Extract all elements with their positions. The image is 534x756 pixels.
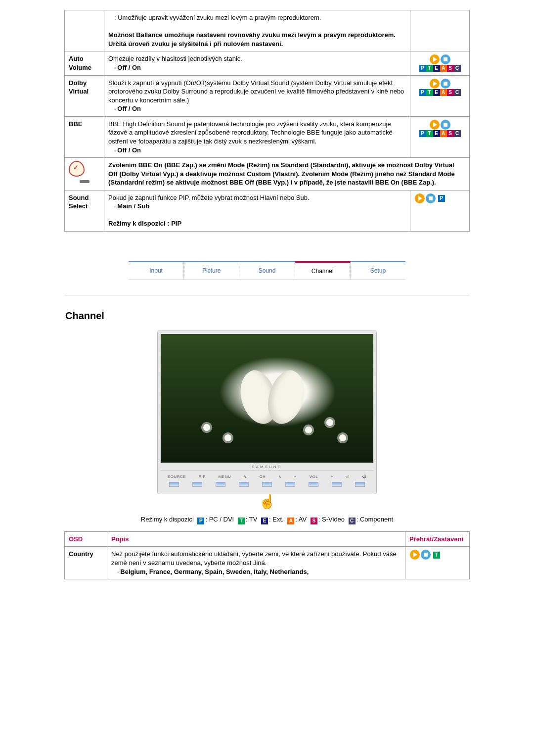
desc-text: Pokud je zapnutí funkce PIP, můžete vybr… [108, 194, 310, 201]
btn-ch-down: ∨ [244, 474, 247, 479]
btn-source: SOURCE [168, 474, 186, 479]
row-bbe: BBE BBE High Definition Sound je patento… [65, 116, 470, 157]
play-stop-icon[interactable]: PTEASC [414, 79, 465, 96]
tag-c-label: : Component [356, 516, 393, 523]
cell-icons: PTEASC [410, 116, 470, 157]
desc-options: Off / On [108, 105, 141, 112]
tab-picture[interactable]: Picture [184, 262, 239, 280]
cell-icons [410, 10, 470, 51]
stop-icon[interactable] [426, 193, 436, 203]
btn-power: ⏻ [362, 474, 366, 479]
desc-text: : Umožňuje upravit vyvážení zvuku mezi l… [108, 13, 406, 22]
desc-text: Než použijete funkci automatického uklád… [111, 550, 397, 567]
cell-desc: : Umožňuje upravit vyvážení zvuku mezi l… [104, 10, 410, 51]
mode-tags: PTEASC [419, 64, 461, 71]
modes-legend: Režimy k dispozici P: PC / DVI T: TV E: … [64, 516, 470, 524]
tag-s-icon: S [311, 518, 317, 524]
btn-enter: ⏎ [346, 474, 350, 479]
tag-p-icon: P [197, 518, 204, 524]
cell-desc: Omezuje rozdíly v hlasitosti jednotlivýc… [104, 51, 410, 76]
tab-input[interactable]: Input [129, 262, 184, 280]
tab-channel[interactable]: Channel [295, 261, 351, 280]
header-row: OSD Popis Přehrát/Zastavení [65, 531, 470, 547]
play-icon[interactable] [430, 79, 440, 89]
btn-pip: PIP [199, 474, 206, 479]
tag-e-label: : Ext. [269, 516, 284, 523]
section-title: Channel [65, 310, 470, 322]
note-text: Zvolením BBE On (BBE Zap.) se změní Mode… [104, 158, 470, 190]
stop-icon[interactable] [441, 120, 450, 130]
header-desc: Popis [107, 531, 405, 547]
monitor-brand: SAMSUNG [161, 463, 373, 470]
divider [64, 295, 470, 295]
play-stop-icon[interactable]: PTEASC [414, 120, 465, 137]
cell-label: Auto Volume [65, 51, 104, 76]
desc-options: Off / On [108, 146, 141, 154]
tag-a-label: : AV [295, 516, 307, 523]
btn-vol-down: − [294, 474, 297, 479]
cell-label: Country [65, 547, 107, 579]
tab-sound[interactable]: Sound [239, 262, 295, 280]
tab-setup[interactable]: Setup [351, 262, 405, 280]
note-icon-cell [65, 158, 104, 190]
monitor-light-bar [161, 481, 373, 491]
desc-text: BBE High Definition Sound je patentovaná… [108, 120, 393, 145]
desc-text: Slouží k zapnutí a vypnutí (On/Off)systé… [108, 79, 404, 104]
desc-text: Omezuje rozdíly v hlasitosti jednotlivýc… [108, 55, 242, 62]
btn-ch-up: ∧ [278, 474, 282, 479]
section-tabs: Input Picture Sound Channel Setup [129, 261, 405, 280]
cell-desc: BBE High Definition Sound je patentovaná… [104, 116, 410, 157]
mode-tags: PTEASC [419, 88, 461, 95]
cell-icons: P [410, 190, 470, 231]
header-play: Přehrát/Zastavení [405, 531, 470, 547]
play-stop-icon[interactable]: P [414, 193, 445, 203]
row-balance: : Umožňuje upravit vyvážení zvuku mezi l… [65, 10, 470, 51]
stop-icon[interactable] [441, 54, 450, 64]
row-country: Country Než použijete funkci automatické… [65, 547, 470, 579]
cell-label [65, 10, 104, 51]
tag-s-label: : S-Video [318, 516, 345, 523]
play-stop-icon[interactable]: PTEASC [414, 54, 465, 72]
desc-options: Main / Sub [108, 202, 149, 210]
tag-t-icon: T [238, 518, 245, 524]
tag-e-icon: E [261, 518, 268, 524]
cell-icons: PTEASC [410, 75, 470, 116]
tag-t-label: : TV [246, 516, 258, 523]
btn-vol-up: + [331, 474, 333, 479]
tag-p-label: : PC / DVI [205, 516, 234, 523]
stop-icon[interactable] [441, 79, 450, 89]
play-icon[interactable] [430, 54, 440, 64]
cell-label: BBE [65, 116, 104, 157]
cell-label: Sound Select [65, 190, 104, 231]
channel-settings-table: OSD Popis Přehrát/Zastavení Country Než … [64, 531, 470, 579]
play-icon[interactable] [415, 193, 425, 203]
desc-modes: Režimy k dispozici : PIP [108, 220, 181, 227]
cell-desc: Pokud je zapnutí funkce PIP, můžete vybr… [104, 190, 410, 231]
row-dolby-virtual: Dolby Virtual Slouží k zapnutí a vypnutí… [65, 75, 470, 116]
note-icon [69, 161, 85, 177]
hand-icon: ☝ [64, 493, 470, 510]
cell-desc: Než použijete funkci automatického uklád… [107, 547, 405, 579]
cell-label: Dolby Virtual [65, 75, 104, 116]
monitor-screen [161, 334, 373, 463]
sound-settings-table: : Umožňuje upravit vyvážení zvuku mezi l… [64, 10, 470, 232]
cell-icons: T [405, 547, 470, 579]
row-sound-select: Sound Select Pokud je zapnutí funkce PIP… [65, 190, 470, 231]
monitor-illustration: SAMSUNG SOURCE PIP MENU ∨ CH ∧ − VOL + ⏎… [64, 331, 470, 510]
tag-c-icon: C [349, 518, 356, 524]
play-icon[interactable] [430, 120, 440, 130]
mode-tags: PTEASC [419, 129, 461, 137]
mode-tags: P [438, 194, 445, 201]
modes-prefix: Režimy k dispozici [141, 516, 194, 523]
cell-icons: PTEASC [410, 51, 470, 76]
row-auto-volume: Auto Volume Omezuje rozdíly v hlasitosti… [65, 51, 470, 76]
header-osd: OSD [65, 531, 107, 547]
monitor-button-bar: SOURCE PIP MENU ∨ CH ∧ − VOL + ⏎ ⏻ [161, 470, 373, 481]
play-stop-icon[interactable]: T [409, 550, 440, 560]
cell-desc: Slouží k zapnutí a vypnutí (On/Off)systé… [104, 75, 410, 116]
btn-menu: MENU [219, 474, 231, 479]
btn-vol: VOL [310, 474, 318, 479]
tag-a-icon: A [287, 518, 294, 524]
stop-icon[interactable] [421, 550, 431, 560]
play-icon[interactable] [410, 550, 420, 560]
